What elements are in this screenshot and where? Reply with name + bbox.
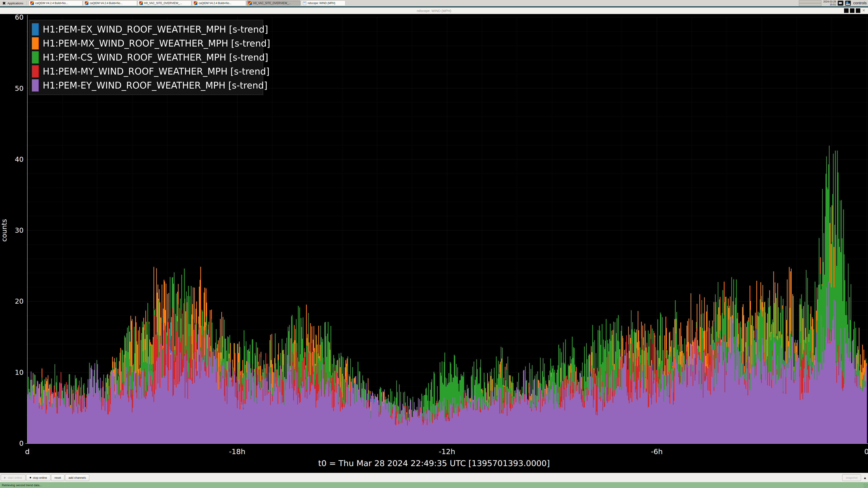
y-tick-60: 60 <box>0 14 24 21</box>
task-button-1[interactable]: caQtDM V4.2.4 Build=No... <box>83 0 137 6</box>
applications-label: Applications <box>7 2 23 5</box>
legend: H1:PEM-EX_WIND_ROOF_WEATHER_MPH [s-trend… <box>29 20 263 95</box>
x-axis-line <box>25 443 868 444</box>
y-tick-20: 20 <box>0 297 24 305</box>
window-titlebar[interactable]: ndscope: WIND (MPH) ✕ <box>0 7 868 14</box>
task-button-0[interactable]: caQtDM V4.2.4 Build=No... <box>29 0 83 6</box>
button-glyph: ■ <box>30 476 31 479</box>
workspace-pager[interactable] <box>799 0 822 6</box>
start-online-button[interactable]: ▶start online <box>1 474 26 481</box>
taskbar-right: 2024-03-28 15:51 controls <box>799 0 868 6</box>
toolbar-right: snapshot ▲ <box>842 474 868 481</box>
button-label: add channels <box>68 476 86 480</box>
taskbar-separator <box>26 1 27 5</box>
legend-swatch <box>32 23 39 35</box>
y-tick-40: 40 <box>0 155 24 163</box>
task-button-3[interactable]: caQtDM V4.2.4 Build=No... <box>192 0 246 6</box>
y-tick-50: 50 <box>0 84 24 92</box>
applications-menu[interactable]: ✖ Applications <box>0 0 26 6</box>
button-label: stop online <box>33 476 47 480</box>
y-axis-line <box>27 15 28 444</box>
y-tick-10: 10 <box>0 368 24 376</box>
caqtdm-icon <box>85 1 88 5</box>
legend-swatch <box>32 51 39 64</box>
button-label: reset <box>55 476 61 480</box>
snapshot-button[interactable]: snapshot <box>842 474 861 481</box>
caqtdm-icon <box>194 1 197 5</box>
task-button-label: ndscope: WIND (MPH) <box>308 2 335 5</box>
legend-label: H1:PEM-MX_WIND_ROOF_WEATHER_MPH [s-trend… <box>43 38 270 48</box>
task-button-4[interactable]: H0_VAC_SITE_OVERVIEW_... <box>247 0 301 6</box>
window-menu-button[interactable] <box>856 8 860 13</box>
add-channels-button[interactable]: add channels <box>65 474 89 481</box>
legend-swatch <box>32 79 39 92</box>
taskbar: ✖ Applications caQtDM V4.2.4 Build=No...… <box>0 0 868 6</box>
caqtdm-icon <box>139 1 143 5</box>
screen: ✖ Applications caQtDM V4.2.4 Build=No...… <box>0 0 868 488</box>
toolbar-buttons: ▶start online■stop onlineresetadd channe… <box>0 474 89 481</box>
task-button-5[interactable]: ndscope: WIND (MPH) <box>301 0 345 6</box>
stop-online-button[interactable]: ■stop online <box>26 474 51 481</box>
t0-label: t0 = Thu Mar 28 2024 22:49:35 UTC [13957… <box>0 459 868 468</box>
y-tick-0: 0 <box>0 440 24 447</box>
window-title: ndscope: WIND (MPH) <box>0 7 868 14</box>
button-glyph: ▶ <box>4 476 6 479</box>
clock-date: 2024-03-28 <box>823 0 836 3</box>
legend-item-1[interactable]: H1:PEM-MX_WIND_ROOF_WEATHER_MPH [s-trend… <box>32 36 260 51</box>
ndscope-icon <box>303 1 306 5</box>
task-button-list: caQtDM V4.2.4 Build=No...caQtDM V4.2.4 B… <box>29 0 345 6</box>
keyboard-globe-icon[interactable] <box>845 1 851 6</box>
close-icon[interactable]: ✕ <box>861 8 866 13</box>
clock[interactable]: 2024-03-28 15:51 <box>823 0 836 6</box>
maximize-button[interactable] <box>850 8 855 13</box>
legend-swatch <box>32 37 39 50</box>
workspace-2[interactable] <box>799 3 822 6</box>
snapshot-label: snapshot <box>846 476 858 480</box>
status-bar: Retrieving second trend data... <box>0 482 868 488</box>
x-tick-0: 0 <box>864 447 868 456</box>
x-tick--12h: -12h <box>439 447 455 456</box>
x-tick--18h: -18h <box>229 447 246 456</box>
task-button-label: caQtDM V4.2.4 Build=No... <box>90 2 122 5</box>
legend-item-2[interactable]: H1:PEM-CS_WIND_ROOF_WEATHER_MPH [s-trend… <box>32 51 260 64</box>
bottom-toolbar: ▶start online■stop onlineresetadd channe… <box>0 473 868 482</box>
legend-item-3[interactable]: H1:PEM-MY_WIND_ROOF_WEATHER_MPH [s-trend… <box>32 64 260 78</box>
legend-item-0[interactable]: H1:PEM-EX_WIND_ROOF_WEATHER_MPH [s-trend… <box>32 22 260 36</box>
task-button-label: H0_VAC_SITE_OVERVIEW_... <box>253 2 291 5</box>
status-message: Retrieving second trend data... <box>0 484 42 487</box>
trend-plot-area: 6050403020100 d-18h-12h-6h0 counts t0 = … <box>0 14 868 473</box>
task-button-label: caQtDM V4.2.4 Build=No... <box>35 2 68 5</box>
workspace-1[interactable] <box>799 0 822 3</box>
caqtdm-icon <box>248 1 252 5</box>
resize-grip[interactable] <box>864 484 868 488</box>
legend-label: H1:PEM-EX_WIND_ROOF_WEATHER_MPH [s-trend… <box>43 24 268 35</box>
y-axis-label: counts <box>0 213 8 249</box>
x-tick-d: d <box>25 447 30 456</box>
clock-time: 15:51 <box>823 3 836 6</box>
user-label: controls <box>853 1 867 5</box>
legend-item-4[interactable]: H1:PEM-EY_WIND_ROOF_WEATHER_MPH [s-trend… <box>32 78 260 92</box>
legend-label: H1:PEM-MY_WIND_ROOF_WEATHER_MPH [s-trend… <box>43 66 270 76</box>
reset-button[interactable]: reset <box>51 474 64 481</box>
xfce-logo-icon: ✖ <box>2 1 6 5</box>
button-label: start online <box>8 476 22 480</box>
legend-label: H1:PEM-CS_WIND_ROOF_WEATHER_MPH [s-trend… <box>43 52 268 63</box>
x-tick--6h: -6h <box>651 447 663 456</box>
expand-arrow-icon[interactable]: ▲ <box>863 476 867 480</box>
caqtdm-icon <box>30 1 34 5</box>
task-button-2[interactable]: H0_VAC_SITE_OVERVIEW_... <box>138 0 191 6</box>
minimize-button[interactable] <box>844 8 848 13</box>
legend-label: H1:PEM-EY_WIND_ROOF_WEATHER_MPH [s-trend… <box>43 80 268 91</box>
screenshot-icon[interactable] <box>838 1 843 6</box>
task-button-label: caQtDM V4.2.4 Build=No... <box>199 2 231 5</box>
task-button-label: H0_VAC_SITE_OVERVIEW_... <box>144 2 182 5</box>
legend-swatch <box>32 65 39 77</box>
